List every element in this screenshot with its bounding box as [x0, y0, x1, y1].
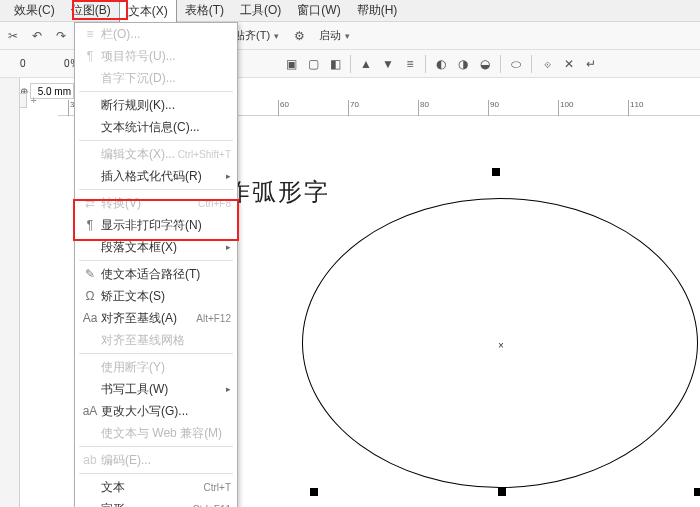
menu-item[interactable]: ✎使文本适合路径(T)	[75, 263, 237, 285]
menu-window[interactable]: 窗口(W)	[289, 0, 348, 22]
menu-item-icon: ¶	[81, 218, 99, 232]
menu-effects[interactable]: 效果(C)	[6, 0, 63, 22]
menu-item-icon: ⇄	[81, 196, 99, 210]
menu-item-icon: aA	[81, 404, 99, 418]
menu-item-label: 首字下沉(D)...	[99, 70, 231, 87]
menu-item-label: 更改大小写(G)...	[99, 403, 231, 420]
menu-item-label: 编辑文本(X)...	[99, 146, 178, 163]
text-object[interactable]: 作弧形字	[226, 176, 330, 208]
selection-handle[interactable]	[310, 488, 318, 496]
menu-shortcut: Ctrl+F8	[198, 198, 231, 209]
menu-item-label: 段落文本框(X)	[99, 239, 226, 256]
menu-item: ab编码(E)...	[75, 449, 237, 471]
menu-text[interactable]: 文本(X)	[119, 0, 177, 23]
menu-item: ¶项目符号(U)...	[75, 45, 237, 67]
intersect-icon[interactable]: ◒	[476, 55, 494, 73]
menu-item[interactable]: 插入格式化代码(R)▸	[75, 165, 237, 187]
menu-shortcut: Ctrl+Shift+T	[178, 149, 231, 160]
cut-icon[interactable]: ✂	[4, 27, 22, 45]
submenu-arrow-icon: ▸	[226, 242, 231, 252]
menu-table[interactable]: 表格(T)	[177, 0, 232, 22]
menu-shortcut: Ctrl+T	[204, 482, 232, 493]
menu-item-label: 使文本适合路径(T)	[99, 266, 231, 283]
menu-item-label: 书写工具(W)	[99, 381, 226, 398]
menu-help[interactable]: 帮助(H)	[349, 0, 406, 22]
vertical-ruler	[0, 78, 20, 507]
back-icon[interactable]: ▼	[379, 55, 397, 73]
align-icon[interactable]: ≡	[401, 55, 419, 73]
menu-item-label: 显示非打印字符(N)	[99, 217, 231, 234]
menu-tools[interactable]: 工具(O)	[232, 0, 289, 22]
convert-icon[interactable]: ⟐	[538, 55, 556, 73]
submenu-arrow-icon: ▸	[226, 384, 231, 394]
menu-item-label: 字形	[99, 501, 192, 508]
menu-item-label: 编码(E)...	[99, 452, 231, 469]
menu-shortcut: Alt+F12	[196, 313, 231, 324]
menu-item-label: 文本统计信息(C)...	[99, 119, 231, 136]
menu-item-icon: Aa	[81, 311, 99, 325]
ruler-tick: 100	[558, 100, 573, 116]
menu-item-icon: ¶	[81, 49, 99, 63]
menu-item-label: 文本	[99, 479, 204, 496]
outline-icon[interactable]: ⬭	[507, 55, 525, 73]
launch-dropdown[interactable]: 启动	[314, 26, 355, 45]
menu-item[interactable]: 书写工具(W)▸	[75, 378, 237, 400]
wrap-icon[interactable]: ↵	[582, 55, 600, 73]
options-icon[interactable]: ⚙	[290, 27, 308, 45]
ruler-tick: 60	[278, 100, 289, 116]
menu-item[interactable]: aA更改大小写(G)...	[75, 400, 237, 422]
menu-item-label: 插入格式化代码(R)	[99, 168, 226, 185]
menu-item[interactable]: 断行规则(K)...	[75, 94, 237, 116]
text-menu-dropdown: ≡栏(O)...¶项目符号(U)...首字下沉(D)...断行规则(K)...文…	[74, 22, 238, 507]
selection-handle[interactable]	[694, 488, 700, 496]
menu-item[interactable]: Aa对齐至基线(A)Alt+F12	[75, 307, 237, 329]
menu-item-label: 矫正文本(S)	[99, 288, 231, 305]
menu-item: 使文本与 Web 兼容(M)	[75, 422, 237, 444]
menu-item[interactable]: 段落文本框(X)▸	[75, 236, 237, 258]
selection-handle[interactable]	[492, 168, 500, 176]
menu-item[interactable]: Ω矫正文本(S)	[75, 285, 237, 307]
menu-item: 对齐至基线网格	[75, 329, 237, 351]
menu-shortcut: Ctrl+F11	[192, 504, 231, 508]
ruler-tick: 110	[628, 100, 643, 116]
menu-item-label: 使文本与 Web 兼容(M)	[99, 425, 231, 442]
menu-item-label: 转换(V)	[99, 195, 198, 212]
menu-item-icon: Ω	[81, 289, 99, 303]
ruler-tick: 90	[488, 100, 499, 116]
center-marker-icon: ×	[498, 340, 504, 351]
redo-icon[interactable]: ↷	[52, 27, 70, 45]
menu-item-label: 栏(O)...	[99, 26, 231, 43]
menu-item: 首字下沉(D)...	[75, 67, 237, 89]
menu-bitmap[interactable]: 位图(B)	[63, 0, 119, 22]
close-path-icon[interactable]: ✕	[560, 55, 578, 73]
menu-item: 使用断字(Y)	[75, 356, 237, 378]
selection-handle[interactable]	[498, 488, 506, 496]
menu-item-label: 断行规则(K)...	[99, 97, 231, 114]
weld-icon[interactable]: ◐	[432, 55, 450, 73]
menu-item-icon: ✎	[81, 267, 99, 281]
group-icon[interactable]: ▣	[282, 55, 300, 73]
menu-item-icon: ≡	[81, 27, 99, 41]
menu-item[interactable]: 文本统计信息(C)...	[75, 116, 237, 138]
menu-item: ⇄转换(V)Ctrl+F8	[75, 192, 237, 214]
menu-item[interactable]: 字形Ctrl+F11	[75, 498, 237, 507]
menu-item-label: 项目符号(U)...	[99, 48, 231, 65]
undo-icon[interactable]: ↶	[28, 27, 46, 45]
ungroup-icon[interactable]: ▢	[304, 55, 322, 73]
menubar: 效果(C) 位图(B) 文本(X) 表格(T) 工具(O) 窗口(W) 帮助(H…	[0, 0, 700, 22]
combine-icon[interactable]: ◧	[326, 55, 344, 73]
menu-item-label: 对齐至基线(A)	[99, 310, 196, 327]
front-icon[interactable]: ▲	[357, 55, 375, 73]
menu-item-label: 使用断字(Y)	[99, 359, 231, 376]
menu-item: ≡栏(O)...	[75, 23, 237, 45]
add-tab-button[interactable]: +	[27, 94, 41, 106]
menu-item[interactable]: ¶显示非打印字符(N)	[75, 214, 237, 236]
submenu-arrow-icon: ▸	[226, 171, 231, 181]
ruler-tick: 80	[418, 100, 429, 116]
trim-icon[interactable]: ◑	[454, 55, 472, 73]
menu-item-icon: ab	[81, 453, 99, 467]
menu-item[interactable]: 文本Ctrl+T	[75, 476, 237, 498]
menu-item-label: 对齐至基线网格	[99, 332, 231, 349]
pct-field-1[interactable]: 0	[20, 58, 60, 69]
menu-item: 编辑文本(X)...Ctrl+Shift+T	[75, 143, 237, 165]
